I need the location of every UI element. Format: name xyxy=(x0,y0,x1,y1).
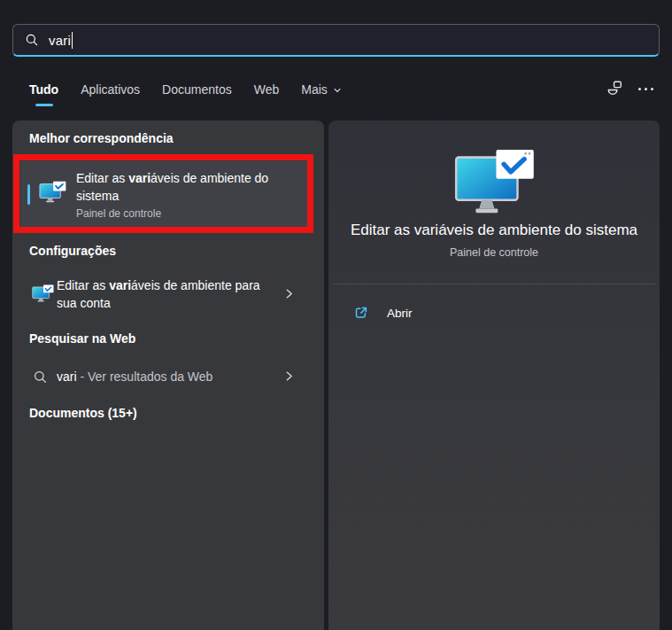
open-action-label: Abrir xyxy=(387,307,413,320)
text-caret xyxy=(72,32,73,49)
account-icon[interactable] xyxy=(606,80,623,97)
search-value: vari xyxy=(49,33,71,48)
section-header-documents: Documentos (15+) xyxy=(29,406,137,420)
tab-label: Aplicativos xyxy=(81,82,140,97)
tab-web[interactable]: Web xyxy=(254,82,280,108)
search-icon xyxy=(33,369,48,385)
tab-label: Documentos xyxy=(162,82,232,97)
tab-label: Mais xyxy=(301,82,328,97)
environment-variables-app-icon xyxy=(39,181,66,204)
divider xyxy=(333,284,655,284)
chevron-right-icon[interactable] xyxy=(283,370,295,382)
best-match-subtitle: Painel de controle xyxy=(76,207,299,220)
preview-title: Editar as variáveis de ambiente do siste… xyxy=(328,222,660,239)
tab-label: Web xyxy=(254,82,280,97)
section-header-best-match: Melhor correspondência xyxy=(29,131,174,145)
active-tab-indicator xyxy=(35,104,53,106)
open-external-icon xyxy=(354,306,368,320)
tab-label: Tudo xyxy=(29,82,58,97)
tab-tudo[interactable]: Tudo xyxy=(29,82,58,108)
preview-subtitle: Painel de controle xyxy=(328,246,660,259)
query-highlight: vari xyxy=(109,278,131,292)
tab-documentos[interactable]: Documentos xyxy=(162,82,232,108)
chevron-down-icon xyxy=(333,86,342,95)
best-match-item[interactable]: Editar as variáveis de ambiente do siste… xyxy=(20,161,308,228)
tab-mais[interactable]: Mais xyxy=(301,82,342,108)
environment-variables-app-icon xyxy=(32,284,54,303)
selection-indicator xyxy=(27,184,30,205)
best-match-text: Editar as variáveis de ambiente do siste… xyxy=(76,169,299,220)
chevron-right-icon[interactable] xyxy=(283,288,295,299)
web-search-result-title: vari - Ver resultados da Web xyxy=(57,369,212,384)
windows-search-flyout: vari Tudo Aplicativos Documentos Web Mai… xyxy=(0,0,672,630)
preview-panel: Editar as variáveis de ambiente do siste… xyxy=(328,121,660,630)
search-icon xyxy=(25,33,39,47)
query-highlight: vari xyxy=(128,171,151,185)
results-panel: Melhor correspondência Editar as variáve… xyxy=(12,121,324,630)
open-action[interactable]: Abrir xyxy=(336,298,653,328)
more-options-icon[interactable] xyxy=(638,84,653,94)
settings-result-title: Editar as variáveis de ambiente para sua… xyxy=(57,276,269,312)
environment-variables-app-icon xyxy=(453,149,536,217)
search-input[interactable]: vari xyxy=(12,24,660,57)
tab-aplicativos[interactable]: Aplicativos xyxy=(81,82,140,108)
section-header-settings: Configurações xyxy=(29,244,116,258)
search-header-actions xyxy=(606,80,653,97)
section-header-web: Pesquisar na Web xyxy=(29,331,135,346)
best-match-title: Editar as variáveis de ambiente do siste… xyxy=(76,169,299,205)
filter-tabs: Tudo Aplicativos Documentos Web Mais xyxy=(29,82,342,108)
